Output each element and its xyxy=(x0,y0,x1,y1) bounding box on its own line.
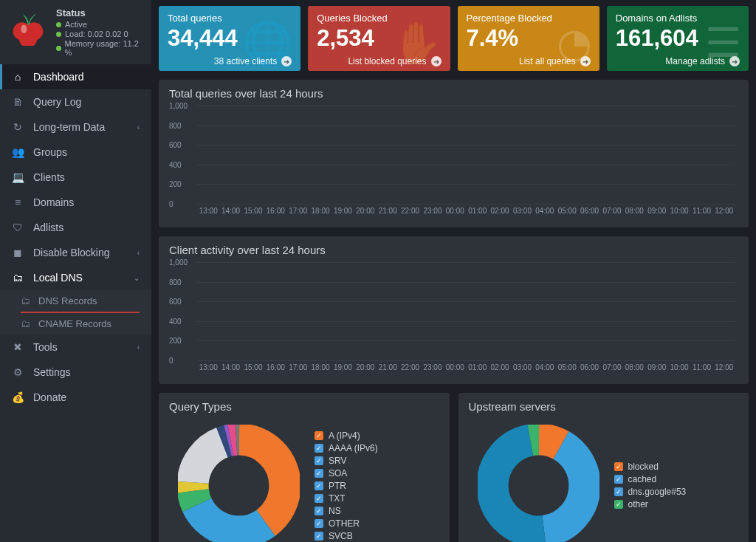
nav-adlists[interactable]: 🛡Adlists xyxy=(0,215,151,240)
svg-point-3 xyxy=(21,25,27,33)
legend-checkbox[interactable]: ✓ xyxy=(315,444,323,453)
home-icon: ⌂ xyxy=(12,71,24,83)
chart-queries-24h[interactable]: 13:0014:0015:0016:0017:0018:0019:0020:00… xyxy=(169,106,738,220)
status-active: Active xyxy=(65,20,87,29)
wrench-icon: ✖ xyxy=(12,341,24,353)
legend-checkbox[interactable]: ✓ xyxy=(614,500,623,509)
laptop-icon: 💻 xyxy=(12,171,24,183)
nav-tools[interactable]: ✖Tools‹ xyxy=(0,335,151,360)
stop-icon: ◼ xyxy=(12,247,24,258)
legend-checkbox[interactable]: ✓ xyxy=(315,431,323,440)
summary-cards: Total queries 34,444 🌐 38 active clients… xyxy=(159,6,749,71)
status-box: Status Active Load: 0.02 0.02 0 Memory u… xyxy=(0,0,151,64)
nav-localdns[interactable]: 🗂Local DNS⌄ xyxy=(0,265,151,290)
svg-point-13 xyxy=(211,458,267,513)
legend-query-types: ✓A (IPv4)✓AAAA (IPv6)✓SRV✓SOA✓PTR✓TXT✓NS… xyxy=(315,430,378,541)
nav-donate[interactable]: 💰Donate xyxy=(0,385,151,410)
main-content: Total queries 34,444 🌐 38 active clients… xyxy=(151,0,756,542)
legend-checkbox[interactable]: ✓ xyxy=(315,494,323,503)
nav: ⌂Dashboard 🗎Query Log ↻Long-term Data‹ 👥… xyxy=(0,64,151,410)
arrow-icon: ➜ xyxy=(729,56,740,66)
legend-upstream: ✓blocked✓cached✓dns.google#53✓other xyxy=(614,462,687,510)
card-percent[interactable]: Percentage Blocked 7.4% ◔ List all queri… xyxy=(458,6,599,71)
legend-checkbox[interactable]: ✓ xyxy=(315,456,323,465)
legend-checkbox[interactable]: ✓ xyxy=(614,487,623,496)
users-icon: 👥 xyxy=(12,146,24,158)
localdns-submenu: 🗂DNS Records 🗂CNAME Records xyxy=(0,290,151,335)
panel-queries-24h: Total queries over last 24 hours 13:0014… xyxy=(159,80,749,227)
nav-settings[interactable]: ⚙Settings xyxy=(0,360,151,385)
chevron-left-icon: ‹ xyxy=(137,123,140,131)
chevron-left-icon: ‹ xyxy=(137,249,140,257)
legend-checkbox[interactable]: ✓ xyxy=(315,481,323,490)
arrow-icon: ➜ xyxy=(281,56,292,66)
arrow-icon: ➜ xyxy=(431,56,441,66)
legend-checkbox[interactable]: ✓ xyxy=(315,507,323,515)
donut-upstream[interactable] xyxy=(478,425,599,542)
legend-checkbox[interactable]: ✓ xyxy=(315,519,323,528)
shield-icon: 🛡 xyxy=(12,222,24,233)
history-icon: ↻ xyxy=(12,121,24,133)
panel-upstream: Upstream servers ✓blocked✓cached✓dns.goo… xyxy=(458,393,749,542)
card-blocked[interactable]: Queries Blocked 2,534 ✋ List blocked que… xyxy=(308,6,450,71)
panel-client-24h: Client activity over last 24 hours 13:00… xyxy=(159,236,749,384)
chevron-down-icon: ⌄ xyxy=(134,274,140,282)
legend-checkbox[interactable]: ✓ xyxy=(315,532,323,541)
nav-disable[interactable]: ◼Disable Blocking‹ xyxy=(0,240,151,265)
panel-title: Upstream servers xyxy=(469,400,739,413)
file-icon: 🗎 xyxy=(12,96,24,108)
status-title: Status xyxy=(56,7,142,18)
arrow-icon: ➜ xyxy=(580,56,591,66)
pihole-logo xyxy=(9,7,47,46)
nav-groups[interactable]: 👥Groups xyxy=(0,140,151,165)
panel-title: Total queries over last 24 hours xyxy=(169,87,738,100)
status-load: Load: 0.02 0.02 0 xyxy=(65,30,128,38)
list-icon: ≡ xyxy=(12,196,24,208)
nav-longterm[interactable]: ↻Long-term Data‹ xyxy=(0,114,151,140)
sidebar: Status Active Load: 0.02 0.02 0 Memory u… xyxy=(0,0,151,542)
legend-checkbox[interactable]: ✓ xyxy=(614,475,623,484)
card-total-queries[interactable]: Total queries 34,444 🌐 38 active clients… xyxy=(159,6,300,71)
panel-query-types: Query Types ✓A (IPv4)✓AAAA (IPv6)✓SRV✓SO… xyxy=(159,393,450,542)
status-mem: Memory usage: 11.2 % xyxy=(65,39,142,57)
svg-point-18 xyxy=(511,458,566,513)
panel-title: Client activity over last 24 hours xyxy=(169,244,738,256)
donut-query-types[interactable] xyxy=(178,425,300,542)
nav-querylog[interactable]: 🗎Query Log xyxy=(0,89,151,114)
nav-clients[interactable]: 💻Clients xyxy=(0,165,151,190)
nav-domains[interactable]: ≡Domains xyxy=(0,190,151,215)
address-icon: 🗂 xyxy=(12,272,24,284)
panel-title: Query Types xyxy=(169,400,439,413)
donate-icon: 💰 xyxy=(12,391,24,403)
card-adlists[interactable]: Domains on Adlists 161,604 ☰ Manage adli… xyxy=(607,6,749,71)
legend-checkbox[interactable]: ✓ xyxy=(315,469,323,478)
sub-dns-records[interactable]: 🗂DNS Records xyxy=(0,290,151,312)
chevron-left-icon: ‹ xyxy=(137,343,140,351)
address-icon: 🗂 xyxy=(21,318,31,329)
gear-icon: ⚙ xyxy=(12,366,24,378)
address-icon: 🗂 xyxy=(21,295,31,306)
chart-client-24h[interactable]: 13:0014:0015:0016:0017:0018:0019:0020:00… xyxy=(169,262,738,377)
legend-checkbox[interactable]: ✓ xyxy=(614,462,623,471)
nav-dashboard[interactable]: ⌂Dashboard xyxy=(0,64,151,89)
sub-cname-records[interactable]: 🗂CNAME Records xyxy=(0,313,151,335)
